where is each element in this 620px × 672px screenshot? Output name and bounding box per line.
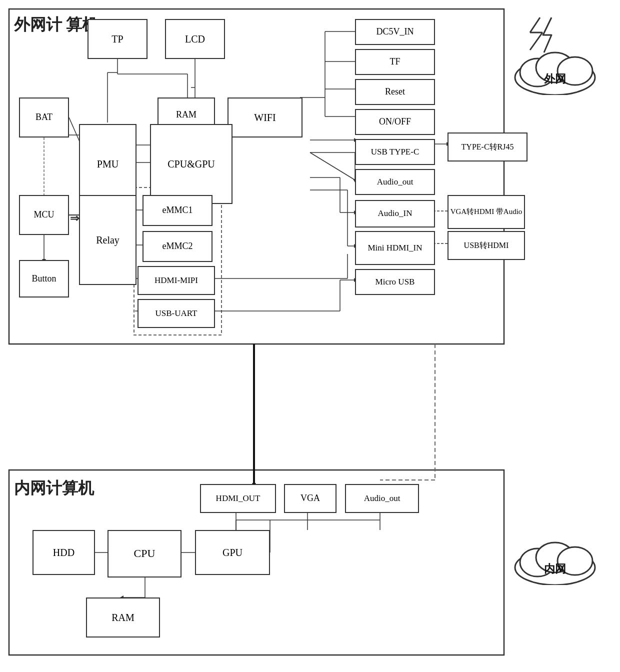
cpu-box: CPU bbox=[108, 530, 182, 578]
audio-in-box: Audio_IN bbox=[355, 200, 435, 228]
wifi-box: WIFI bbox=[228, 98, 302, 138]
usb-uart-box: USB-UART bbox=[138, 299, 215, 328]
mcu-box: MCU bbox=[19, 195, 69, 235]
svg-text:外网: 外网 bbox=[544, 72, 566, 85]
svg-line-12 bbox=[69, 118, 80, 142]
cpu-gpu-box: CPU&GPU bbox=[150, 124, 232, 204]
hdd-box: HDD bbox=[32, 530, 95, 575]
usb-typec-box: USB TYPE-C bbox=[355, 139, 435, 165]
mcu-arrow: ⇒ bbox=[70, 212, 79, 225]
diagram: 外网计 算机 TP LCD DC5V_IN TF Reset BAT RAM O… bbox=[0, 0, 620, 672]
inner-computer-label: 内网计算机 bbox=[14, 478, 94, 500]
outer-cloud: 外网 bbox=[510, 40, 600, 95]
emmc2-box: eMMC2 bbox=[142, 231, 212, 262]
hdmi-out-box: HDMI_OUT bbox=[200, 484, 276, 513]
bat-box: BAT bbox=[19, 98, 69, 138]
gpu-box: GPU bbox=[195, 530, 270, 575]
reset-box: Reset bbox=[355, 79, 435, 105]
micro-usb-box: Micro USB bbox=[355, 269, 435, 295]
svg-text:内网: 内网 bbox=[544, 562, 566, 575]
pmu-box: PMU bbox=[79, 124, 136, 204]
mini-hdmi-box: Mini HDMI_IN bbox=[355, 231, 435, 265]
tp-box: TP bbox=[88, 19, 148, 59]
svg-line-38 bbox=[310, 152, 355, 180]
audio-out-bot-box: Audio_out bbox=[345, 484, 419, 513]
emmc1-box: eMMC1 bbox=[142, 195, 212, 226]
usb-hdmi-box: USB转HDMI bbox=[448, 231, 525, 260]
tf-box: TF bbox=[355, 49, 435, 75]
audio-out-top-box: Audio_out bbox=[355, 169, 435, 195]
onoff-box: ON/OFF bbox=[355, 109, 435, 135]
lcd-box: LCD bbox=[165, 19, 225, 59]
inner-cloud: 内网 bbox=[510, 530, 600, 585]
vga-box: VGA bbox=[284, 484, 336, 513]
outer-computer-label: 外网计 算机 bbox=[14, 15, 98, 34]
ram-bot-box: RAM bbox=[86, 598, 160, 638]
relay-box: Relay bbox=[79, 195, 136, 285]
hdmi-mipi-box: HDMI-MIPI bbox=[138, 266, 215, 295]
dc5v-box: DC5V_IN bbox=[355, 19, 435, 45]
button-box: Button bbox=[19, 260, 69, 298]
vga-hdmi-box: VGA转HDMI 带Audio bbox=[448, 195, 525, 229]
typec-rj45-box: TYPE-C转RJ45 bbox=[448, 132, 528, 162]
